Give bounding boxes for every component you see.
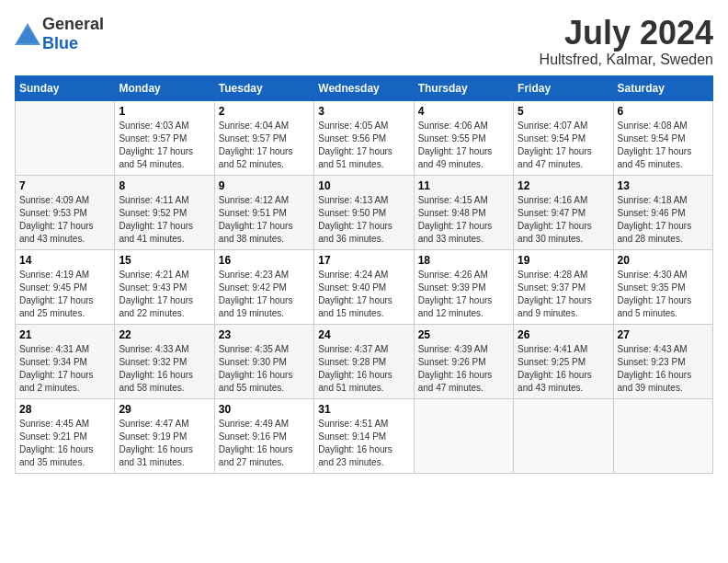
- calendar-cell: 14Sunrise: 4:19 AM Sunset: 9:45 PM Dayli…: [16, 249, 115, 324]
- day-info: Sunrise: 4:03 AM Sunset: 9:57 PM Dayligh…: [119, 120, 210, 171]
- logo-text: General Blue: [42, 15, 104, 53]
- day-number: 17: [318, 254, 409, 267]
- calendar-cell: [613, 398, 712, 473]
- calendar-header: SundayMondayTuesdayWednesdayThursdayFrid…: [16, 75, 713, 100]
- calendar-cell: 17Sunrise: 4:24 AM Sunset: 9:40 PM Dayli…: [314, 249, 414, 324]
- header-day-saturday: Saturday: [613, 75, 712, 100]
- day-info: Sunrise: 4:30 AM Sunset: 9:35 PM Dayligh…: [618, 269, 709, 320]
- day-info: Sunrise: 4:18 AM Sunset: 9:46 PM Dayligh…: [618, 194, 709, 246]
- calendar-cell: 15Sunrise: 4:21 AM Sunset: 9:43 PM Dayli…: [115, 249, 214, 324]
- calendar-cell: 31Sunrise: 4:51 AM Sunset: 9:14 PM Dayli…: [314, 398, 414, 473]
- header-day-friday: Friday: [514, 75, 613, 100]
- day-number: 30: [219, 403, 310, 416]
- day-info: Sunrise: 4:04 AM Sunset: 9:57 PM Dayligh…: [219, 120, 310, 171]
- day-info: Sunrise: 4:33 AM Sunset: 9:32 PM Dayligh…: [119, 343, 210, 395]
- day-number: 18: [418, 254, 509, 267]
- day-number: 15: [119, 254, 210, 267]
- calendar-cell: 26Sunrise: 4:41 AM Sunset: 9:25 PM Dayli…: [514, 324, 613, 398]
- day-number: 14: [19, 254, 110, 267]
- day-info: Sunrise: 4:37 AM Sunset: 9:28 PM Dayligh…: [318, 343, 409, 395]
- calendar-cell: 8Sunrise: 4:11 AM Sunset: 9:52 PM Daylig…: [115, 175, 214, 249]
- header-day-thursday: Thursday: [414, 75, 513, 100]
- day-number: 20: [618, 254, 709, 267]
- calendar-cell: 18Sunrise: 4:26 AM Sunset: 9:39 PM Dayli…: [414, 249, 513, 324]
- day-number: 24: [318, 328, 409, 341]
- day-info: Sunrise: 4:23 AM Sunset: 9:42 PM Dayligh…: [219, 269, 310, 320]
- day-number: 19: [518, 254, 609, 267]
- day-info: Sunrise: 4:43 AM Sunset: 9:23 PM Dayligh…: [618, 343, 709, 395]
- day-info: Sunrise: 4:24 AM Sunset: 9:40 PM Dayligh…: [318, 269, 409, 320]
- calendar-cell: 2Sunrise: 4:04 AM Sunset: 9:57 PM Daylig…: [214, 100, 313, 175]
- week-row-3: 21Sunrise: 4:31 AM Sunset: 9:34 PM Dayli…: [16, 324, 713, 398]
- day-info: Sunrise: 4:13 AM Sunset: 9:50 PM Dayligh…: [318, 194, 409, 246]
- day-number: 9: [219, 179, 310, 192]
- logo-general: General: [42, 15, 104, 33]
- calendar-cell: 24Sunrise: 4:37 AM Sunset: 9:28 PM Dayli…: [314, 324, 414, 398]
- day-number: 12: [518, 179, 609, 192]
- calendar-cell: 16Sunrise: 4:23 AM Sunset: 9:42 PM Dayli…: [214, 249, 313, 324]
- calendar-cell: 12Sunrise: 4:16 AM Sunset: 9:47 PM Dayli…: [514, 175, 613, 249]
- day-info: Sunrise: 4:28 AM Sunset: 9:37 PM Dayligh…: [518, 269, 609, 320]
- day-info: Sunrise: 4:19 AM Sunset: 9:45 PM Dayligh…: [19, 269, 110, 320]
- month-title: July 2024: [540, 15, 713, 52]
- week-row-2: 14Sunrise: 4:19 AM Sunset: 9:45 PM Dayli…: [16, 249, 713, 324]
- day-number: 22: [119, 328, 210, 341]
- location-title: Hultsfred, Kalmar, Sweden: [540, 52, 713, 68]
- day-info: Sunrise: 4:11 AM Sunset: 9:52 PM Dayligh…: [119, 194, 210, 246]
- day-info: Sunrise: 4:06 AM Sunset: 9:55 PM Dayligh…: [418, 120, 509, 171]
- day-number: 5: [518, 105, 609, 118]
- day-info: Sunrise: 4:49 AM Sunset: 9:16 PM Dayligh…: [219, 418, 310, 469]
- day-number: 1: [119, 105, 210, 118]
- title-area: July 2024 Hultsfred, Kalmar, Sweden: [540, 15, 713, 68]
- header-day-sunday: Sunday: [16, 75, 115, 100]
- calendar-cell: 1Sunrise: 4:03 AM Sunset: 9:57 PM Daylig…: [115, 100, 214, 175]
- page-header: General Blue July 2024 Hultsfred, Kalmar…: [15, 15, 713, 68]
- logo: General Blue: [15, 15, 104, 53]
- day-info: Sunrise: 4:21 AM Sunset: 9:43 PM Dayligh…: [119, 269, 210, 320]
- calendar-cell: 19Sunrise: 4:28 AM Sunset: 9:37 PM Dayli…: [514, 249, 613, 324]
- day-info: Sunrise: 4:35 AM Sunset: 9:30 PM Dayligh…: [219, 343, 310, 395]
- day-number: 4: [418, 105, 509, 118]
- calendar-cell: 30Sunrise: 4:49 AM Sunset: 9:16 PM Dayli…: [214, 398, 313, 473]
- calendar-cell: [514, 398, 613, 473]
- day-number: 25: [418, 328, 509, 341]
- calendar-cell: 4Sunrise: 4:06 AM Sunset: 9:55 PM Daylig…: [414, 100, 513, 175]
- day-info: Sunrise: 4:51 AM Sunset: 9:14 PM Dayligh…: [318, 418, 409, 469]
- day-info: Sunrise: 4:15 AM Sunset: 9:48 PM Dayligh…: [418, 194, 509, 246]
- calendar-cell: 9Sunrise: 4:12 AM Sunset: 9:51 PM Daylig…: [214, 175, 313, 249]
- day-number: 11: [418, 179, 509, 192]
- day-number: 23: [219, 328, 310, 341]
- day-info: Sunrise: 4:39 AM Sunset: 9:26 PM Dayligh…: [418, 343, 509, 395]
- day-number: 2: [219, 105, 310, 118]
- calendar-cell: 3Sunrise: 4:05 AM Sunset: 9:56 PM Daylig…: [314, 100, 414, 175]
- logo-icon: [15, 23, 40, 45]
- calendar-cell: [16, 100, 115, 175]
- day-info: Sunrise: 4:31 AM Sunset: 9:34 PM Dayligh…: [19, 343, 110, 395]
- day-info: Sunrise: 4:07 AM Sunset: 9:54 PM Dayligh…: [518, 120, 609, 171]
- day-number: 6: [618, 105, 709, 118]
- day-info: Sunrise: 4:05 AM Sunset: 9:56 PM Dayligh…: [318, 120, 409, 171]
- calendar-cell: 5Sunrise: 4:07 AM Sunset: 9:54 PM Daylig…: [514, 100, 613, 175]
- day-number: 31: [318, 403, 409, 416]
- day-number: 21: [19, 328, 110, 341]
- header-day-tuesday: Tuesday: [214, 75, 313, 100]
- day-number: 8: [119, 179, 210, 192]
- day-info: Sunrise: 4:26 AM Sunset: 9:39 PM Dayligh…: [418, 269, 509, 320]
- day-info: Sunrise: 4:09 AM Sunset: 9:53 PM Dayligh…: [19, 194, 110, 246]
- day-number: 13: [618, 179, 709, 192]
- day-info: Sunrise: 4:16 AM Sunset: 9:47 PM Dayligh…: [518, 194, 609, 246]
- day-number: 28: [19, 403, 110, 416]
- calendar-cell: 7Sunrise: 4:09 AM Sunset: 9:53 PM Daylig…: [16, 175, 115, 249]
- header-day-monday: Monday: [115, 75, 214, 100]
- calendar-cell: 23Sunrise: 4:35 AM Sunset: 9:30 PM Dayli…: [214, 324, 313, 398]
- calendar-body: 1Sunrise: 4:03 AM Sunset: 9:57 PM Daylig…: [16, 100, 713, 473]
- week-row-1: 7Sunrise: 4:09 AM Sunset: 9:53 PM Daylig…: [16, 175, 713, 249]
- day-number: 3: [318, 105, 409, 118]
- calendar-cell: 6Sunrise: 4:08 AM Sunset: 9:54 PM Daylig…: [613, 100, 712, 175]
- day-info: Sunrise: 4:12 AM Sunset: 9:51 PM Dayligh…: [219, 194, 310, 246]
- calendar-cell: 22Sunrise: 4:33 AM Sunset: 9:32 PM Dayli…: [115, 324, 214, 398]
- day-number: 7: [19, 179, 110, 192]
- calendar-cell: 28Sunrise: 4:45 AM Sunset: 9:21 PM Dayli…: [16, 398, 115, 473]
- calendar-cell: 25Sunrise: 4:39 AM Sunset: 9:26 PM Dayli…: [414, 324, 513, 398]
- day-number: 29: [119, 403, 210, 416]
